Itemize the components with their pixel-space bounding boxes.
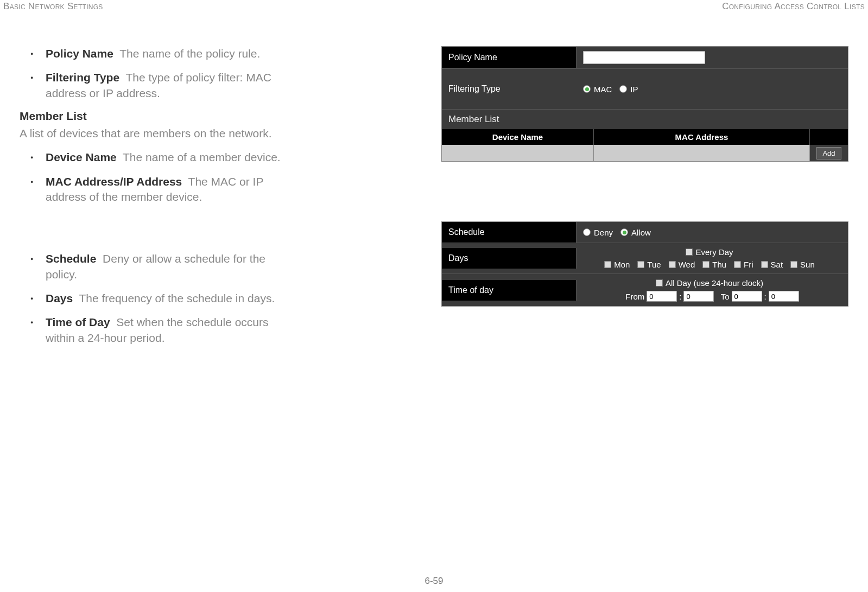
radio-dot-icon (583, 228, 591, 236)
term: Device Name (46, 151, 117, 163)
checkbox-label: Thu (712, 260, 726, 269)
colon: : (679, 292, 681, 301)
bullet-list-2: Device Name The name of a member device.… (20, 150, 290, 205)
checkbox-label: Sat (771, 260, 783, 269)
member-list-title: Member List (442, 110, 848, 129)
member-list-desc: A list of devices that are members on th… (20, 126, 290, 141)
policy-panel: Policy Name Filtering Type MAC IP (441, 46, 848, 162)
bullet-days: Days The frequency of the schedule in da… (46, 291, 290, 306)
policy-name-row: Policy Name (442, 47, 848, 69)
cell-mac-address[interactable] (594, 145, 810, 161)
term: Policy Name (46, 47, 113, 60)
bullet-list-1: Policy Name The name of the policy rule.… (20, 46, 290, 101)
from-min-input[interactable]: 0 (683, 291, 714, 302)
term: Time of Day (46, 316, 110, 328)
left-column: Policy Name The name of the policy rule.… (20, 46, 290, 354)
header-right: Configuring Access Control Lists (722, 1, 865, 12)
filtering-type-row: Filtering Type MAC IP (442, 69, 848, 110)
checkbox-box-icon (669, 261, 676, 268)
checkbox-label: Mon (614, 260, 630, 269)
bullet-filtering-type: Filtering Type The type of policy filter… (46, 70, 290, 101)
right-column: Policy Name Filtering Type MAC IP (441, 46, 848, 366)
to-label: To (721, 292, 730, 301)
term: Schedule (46, 252, 96, 265)
time-of-day-value: All Day (use 24-hour clock) From 0 : 0 T… (576, 274, 848, 306)
schedule-row: Schedule Deny Allow (442, 222, 848, 243)
policy-name-input[interactable] (583, 51, 705, 64)
bullet-mac-ip: MAC Address/IP Address The MAC or IP add… (46, 174, 290, 205)
bullet-list-3: Schedule Deny or allow a schedule for th… (20, 251, 290, 346)
cell-actions: Add (810, 145, 848, 161)
checkbox-box-icon (686, 249, 693, 256)
checkbox-box-icon (637, 261, 644, 268)
from-label: From (625, 292, 644, 301)
checkbox-label: Every Day (695, 247, 733, 257)
page-number: 6-59 (0, 576, 868, 587)
checkbox-box-icon (790, 261, 797, 268)
colon: : (764, 292, 766, 301)
radio-ip-label: IP (630, 85, 638, 94)
checkbox-sat[interactable]: Sat (761, 260, 783, 269)
add-button[interactable]: Add (816, 147, 841, 160)
member-list-heading: Member List (20, 110, 290, 123)
col-device-name: Device Name (442, 129, 594, 145)
checkbox-label: Tue (647, 260, 661, 269)
days-row: Days Every Day Mon Tue Wed Thu Fri (442, 243, 848, 274)
checkbox-all-day[interactable]: All Day (use 24-hour clock) (656, 278, 763, 288)
cell-device-name[interactable] (442, 145, 594, 161)
content-area: Policy Name The name of the policy rule.… (20, 46, 848, 366)
policy-name-value (576, 47, 848, 68)
radio-ip[interactable]: IP (619, 85, 638, 94)
checkbox-box-icon (761, 261, 768, 268)
checkbox-label: All Day (use 24-hour clock) (666, 278, 763, 288)
radio-allow[interactable]: Allow (620, 228, 651, 237)
time-of-day-label: Time of day (442, 280, 576, 301)
radio-deny[interactable]: Deny (583, 228, 613, 237)
radio-mac[interactable]: MAC (583, 85, 612, 94)
header-left: Basic Network Settings (3, 1, 103, 12)
bullet-device-name: Device Name The name of a member device. (46, 150, 290, 165)
checkbox-label: Wed (679, 260, 695, 269)
desc: The frequency of the schedule in days. (79, 292, 275, 304)
checkbox-box-icon (702, 261, 709, 268)
radio-mac-label: MAC (594, 85, 612, 94)
schedule-panel: Schedule Deny Allow Days (441, 221, 848, 307)
checkbox-label: Sun (800, 260, 815, 269)
checkbox-thu[interactable]: Thu (702, 260, 726, 269)
to-hour-input[interactable]: 0 (732, 291, 762, 302)
policy-name-label: Policy Name (442, 47, 576, 68)
col-mac-address: MAC Address (594, 129, 810, 145)
bullet-time-of-day: Time of Day Set when the schedule occurs… (46, 315, 290, 346)
schedule-value: Deny Allow (576, 224, 848, 241)
desc: The name of a member device. (123, 151, 281, 163)
radio-dot-icon (583, 85, 591, 93)
term: Filtering Type (46, 71, 119, 84)
radio-deny-label: Deny (594, 228, 613, 237)
checkbox-box-icon (656, 279, 663, 287)
bullet-policy-name: Policy Name The name of the policy rule. (46, 46, 290, 61)
filtering-type-value: MAC IP (576, 80, 848, 98)
checkbox-box-icon (604, 261, 611, 268)
checkbox-every-day[interactable]: Every Day (686, 247, 733, 257)
bullet-schedule: Schedule Deny or allow a schedule for th… (46, 251, 290, 282)
radio-dot-icon (619, 85, 627, 93)
checkbox-tue[interactable]: Tue (637, 260, 661, 269)
days-value: Every Day Mon Tue Wed Thu Fri Sat Sun (576, 243, 848, 273)
checkbox-mon[interactable]: Mon (604, 260, 630, 269)
checkbox-wed[interactable]: Wed (669, 260, 695, 269)
days-label: Days (442, 248, 576, 269)
filtering-type-label: Filtering Type (442, 79, 576, 99)
col-actions (810, 129, 848, 145)
to-min-input[interactable]: 0 (769, 291, 799, 302)
radio-allow-label: Allow (631, 228, 651, 237)
term: MAC Address/IP Address (46, 175, 182, 188)
desc: The name of the policy rule. (119, 47, 260, 60)
table-header: Device Name MAC Address (442, 129, 848, 145)
schedule-label: Schedule (442, 222, 576, 243)
time-of-day-row: Time of day All Day (use 24-hour clock) … (442, 274, 848, 306)
radio-dot-icon (620, 228, 628, 236)
from-hour-input[interactable]: 0 (647, 291, 677, 302)
checkbox-label: Fri (744, 260, 753, 269)
checkbox-fri[interactable]: Fri (734, 260, 753, 269)
checkbox-sun[interactable]: Sun (790, 260, 815, 269)
